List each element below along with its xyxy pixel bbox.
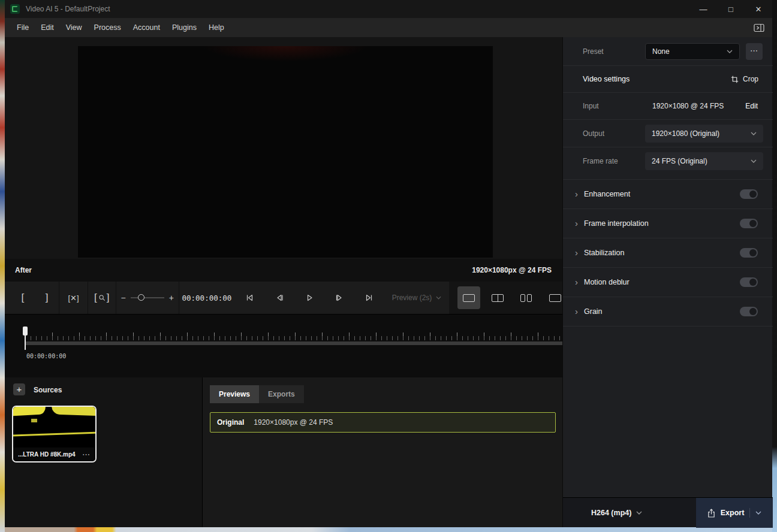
menu-item-help[interactable]: Help <box>203 18 230 37</box>
tab-previews[interactable]: Previews <box>210 385 259 403</box>
minimize-button[interactable]: — <box>689 0 717 18</box>
window-controls: — □ ✕ <box>689 0 772 18</box>
step-back-button[interactable] <box>264 286 294 310</box>
menu-bar: File Edit View Process Account Plugins H… <box>5 18 772 37</box>
comparison-view-icon <box>549 294 561 302</box>
chevron-right-icon: › <box>575 189 578 199</box>
close-button[interactable]: ✕ <box>745 0 772 18</box>
screen: Video AI 5 - DefaultProject — □ ✕ File E… <box>0 0 777 532</box>
section-label: Stabilization <box>584 249 624 257</box>
add-source-button[interactable]: + <box>13 383 25 395</box>
section-grain[interactable]: › Grain <box>563 297 773 327</box>
chevron-right-icon: › <box>575 247 578 258</box>
crop-icon <box>731 75 739 83</box>
transport-controls <box>234 286 384 310</box>
viewer-info-band: After 1920×1080px @ 24 FPS <box>5 259 562 282</box>
tab-exports[interactable]: Exports <box>259 385 304 403</box>
zoom-slider-knob[interactable] <box>138 294 144 301</box>
zoom-out-button[interactable]: − <box>121 293 126 303</box>
skip-to-start-button[interactable] <box>234 286 264 310</box>
input-value: 1920×1080 @ 24 FPS <box>652 102 724 110</box>
chevron-right-icon: › <box>575 277 578 287</box>
trim-in-button[interactable]: [ <box>11 286 35 310</box>
chevron-down-icon <box>727 50 733 53</box>
preset-label: Preset <box>583 47 604 56</box>
section-stabilization[interactable]: › Stabilization <box>563 238 773 268</box>
sources-title: Sources <box>34 386 62 394</box>
step-forward-button[interactable] <box>324 286 354 310</box>
grain-toggle[interactable] <box>740 307 758 316</box>
menu-item-view[interactable]: View <box>60 18 88 37</box>
panel-toggle-icon[interactable] <box>753 23 765 32</box>
view-split-button[interactable] <box>486 286 509 309</box>
menu-item-file[interactable]: File <box>11 18 35 37</box>
section-frame-interpolation[interactable]: › Frame interpolation <box>563 209 773 238</box>
side-by-side-view-icon <box>520 294 525 302</box>
chevron-down-icon <box>751 132 757 135</box>
title-bar: Video AI 5 - DefaultProject — □ ✕ <box>5 0 772 18</box>
menu-item-edit[interactable]: Edit <box>35 18 60 37</box>
frame-interpolation-toggle[interactable] <box>740 219 758 228</box>
zoom-in-button[interactable]: + <box>169 293 174 303</box>
preset-value: None <box>652 47 670 56</box>
export-format-value: H264 (mp4) <box>591 509 631 517</box>
playhead-handle[interactable] <box>23 327 28 335</box>
preset-more-button[interactable]: ⋯ <box>746 43 763 60</box>
timeline-track[interactable] <box>25 341 562 345</box>
play-button[interactable] <box>294 286 324 310</box>
timeline-timecode: 00:00:00:00 <box>26 353 66 359</box>
timeline-ruler[interactable] <box>25 332 562 340</box>
clip-more-button[interactable]: ⋯ <box>82 450 91 459</box>
desktop-wallpaper-right <box>772 0 777 532</box>
menu-item-account[interactable]: Account <box>127 18 166 37</box>
menu-item-process[interactable]: Process <box>88 18 127 37</box>
crop-button[interactable]: Crop <box>731 75 758 83</box>
input-label: Input <box>583 102 599 110</box>
zoom-slider-track[interactable] <box>131 297 164 298</box>
export-button[interactable]: Export <box>696 498 773 528</box>
clear-trim-button[interactable]: [✕] <box>59 286 87 310</box>
menu-item-plugins[interactable]: Plugins <box>166 18 203 37</box>
frame-rate-dropdown[interactable]: 24 FPS (Original) <box>645 152 763 170</box>
video-preview[interactable] <box>78 46 493 258</box>
motion-deblur-toggle[interactable] <box>740 277 758 287</box>
magnifier-icon <box>98 294 106 301</box>
view-comparison-button[interactable] <box>544 286 562 309</box>
preview-row-original[interactable]: Original 1920×1080px @ 24 FPS <box>210 412 556 433</box>
clip-name: ...LTRA HD #8K.mp4 <box>18 451 76 458</box>
output-dropdown[interactable]: 1920×1080 (Original) <box>645 125 763 143</box>
preview-row-info: 1920×1080px @ 24 FPS <box>254 418 333 427</box>
timeline: 00:00:00:00 <box>5 315 562 377</box>
section-motion-deblur[interactable]: › Motion deblur <box>563 268 773 297</box>
preset-dropdown[interactable]: None <box>645 43 740 60</box>
view-mode-group <box>449 282 562 314</box>
export-format-dropdown[interactable]: H264 (mp4) <box>591 498 642 528</box>
view-side-by-side-button[interactable] <box>515 286 538 309</box>
video-settings-row: Video settings Crop <box>563 66 773 93</box>
preview-duration-button[interactable]: Preview (2s) <box>384 286 449 310</box>
sources-panel: + Sources ...LTRA HD #8K.mp4 ⋯ <box>5 377 202 527</box>
view-single-button[interactable] <box>457 286 480 309</box>
source-clip-card[interactable]: ...LTRA HD #8K.mp4 ⋯ <box>12 406 97 463</box>
chevron-down-icon[interactable] <box>749 508 761 518</box>
playback-toolbar: [ ] [✕] [ ] − + 00:00:00:00 <box>5 282 562 315</box>
current-timecode: 00:00:00:00 <box>179 294 234 303</box>
stabilization-toggle[interactable] <box>740 248 758 258</box>
zoom-slider-group: − + <box>116 293 179 303</box>
chevron-down-icon <box>636 511 642 515</box>
maximize-button[interactable]: □ <box>717 0 745 18</box>
desktop-wallpaper-left <box>0 0 5 532</box>
input-row: Input 1920×1080 @ 24 FPS Edit <box>563 93 773 120</box>
section-label: Enhancement <box>584 190 630 198</box>
zoom-selection-button[interactable]: [ ] <box>88 286 116 310</box>
after-label: After <box>15 266 32 274</box>
chevron-down-icon <box>751 159 757 163</box>
window-title: Video AI 5 - DefaultProject <box>26 5 110 13</box>
section-enhancement[interactable]: › Enhancement <box>563 180 773 209</box>
edit-input-button[interactable]: Edit <box>745 102 758 110</box>
clip-thumbnail <box>13 407 95 448</box>
enhancement-toggle[interactable] <box>740 189 758 199</box>
skip-to-end-button[interactable] <box>354 286 384 310</box>
single-view-icon <box>463 294 475 302</box>
trim-out-button[interactable]: ] <box>35 286 59 310</box>
